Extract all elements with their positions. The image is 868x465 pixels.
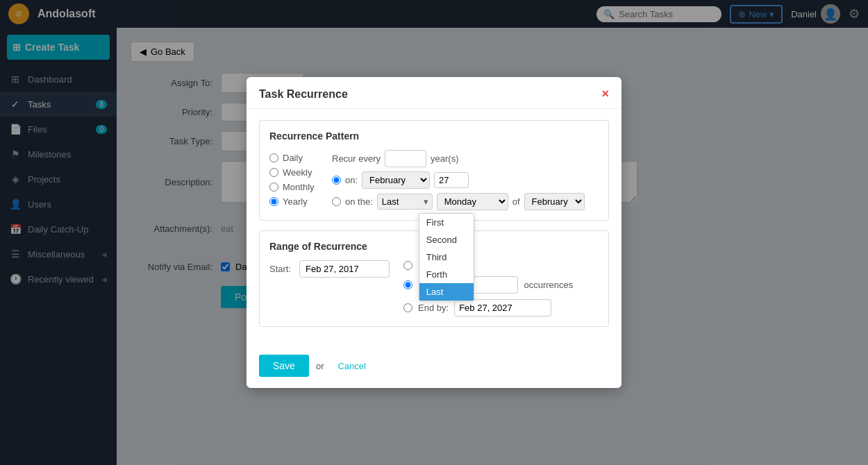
- modal-header: Task Recurrence ×: [247, 77, 621, 109]
- recurrence-pattern-title: Recurrence Pattern: [269, 130, 599, 142]
- monthly-option[interactable]: Monthly: [269, 182, 325, 192]
- yearly-option[interactable]: Yearly: [269, 196, 325, 207]
- start-row: Start:: [269, 260, 390, 278]
- dropdown-third[interactable]: Third: [419, 248, 474, 266]
- on-the-radio[interactable]: [332, 197, 341, 206]
- on-row: on: February JanuaryMarchApril MayJuneJu…: [332, 171, 599, 189]
- on-the-label: on the:: [345, 196, 373, 207]
- modal-cancel-link[interactable]: Cancel: [337, 361, 365, 371]
- recurrence-controls: Recur every 1 year(s) on:: [325, 150, 599, 210]
- weekly-option[interactable]: Weekly: [269, 167, 325, 178]
- end-by-input[interactable]: [454, 299, 551, 316]
- content-area: ◀ Go Back Assign To: Priority: Task Type…: [117, 28, 868, 465]
- on-month-select[interactable]: February JanuaryMarchApril MayJuneJuly A…: [362, 171, 430, 189]
- daily-option[interactable]: Daily: [269, 153, 325, 163]
- on-the-dropdown-popup: First Second Third Forth Last: [419, 213, 474, 301]
- on-the-select[interactable]: First Second Third Forth Last: [377, 194, 433, 210]
- on-radio[interactable]: [332, 176, 341, 185]
- dropdown-second[interactable]: Second: [419, 231, 474, 248]
- modal-body: Recurrence Pattern Daily: [247, 109, 621, 348]
- years-label: year(s): [431, 153, 458, 164]
- save-button[interactable]: Save: [259, 355, 309, 377]
- no-end-radio[interactable]: [403, 261, 412, 270]
- modal-overlay: Task Recurrence × Recurrence Pattern: [0, 28, 868, 465]
- start-label: Start:: [269, 264, 291, 274]
- end-by-label: End by:: [418, 303, 449, 313]
- modal-close-button[interactable]: ×: [601, 87, 609, 101]
- recur-every-row: Recur every 1 year(s): [332, 150, 599, 167]
- modal-title: Task Recurrence: [259, 88, 348, 101]
- end-by-row: End by:: [403, 299, 573, 316]
- on-label: on:: [345, 175, 358, 185]
- of-month-select[interactable]: February JanuaryMarchApril: [524, 193, 585, 210]
- modal-footer: Save or Cancel: [247, 348, 621, 388]
- end-by-radio[interactable]: [403, 303, 412, 312]
- on-day-input[interactable]: [434, 172, 469, 188]
- start-date-input[interactable]: [299, 260, 390, 278]
- of-label: of: [512, 196, 520, 207]
- dropdown-last[interactable]: Last: [419, 283, 474, 301]
- footer-or-text: or: [316, 361, 324, 371]
- recurrence-pattern-section: Recurrence Pattern Daily: [259, 120, 609, 221]
- end-after-radio[interactable]: [403, 280, 412, 289]
- occurrences-label: occurrences: [524, 280, 573, 290]
- on-the-row: on the: First Second Third Forth Las: [332, 193, 599, 210]
- task-recurrence-modal: Task Recurrence × Recurrence Pattern: [247, 77, 621, 388]
- recur-every-label: Recur every: [332, 153, 381, 164]
- dropdown-forth[interactable]: Forth: [419, 266, 474, 283]
- recur-every-input[interactable]: 1: [385, 150, 426, 167]
- day-of-week-select[interactable]: Monday TuesdayWednesdayThursday FridaySa…: [437, 193, 508, 210]
- on-the-dropdown-container: First Second Third Forth Last ▾: [377, 194, 433, 210]
- recurrence-options: Daily Weekly Monthly: [269, 150, 325, 210]
- dropdown-first[interactable]: First: [419, 214, 474, 231]
